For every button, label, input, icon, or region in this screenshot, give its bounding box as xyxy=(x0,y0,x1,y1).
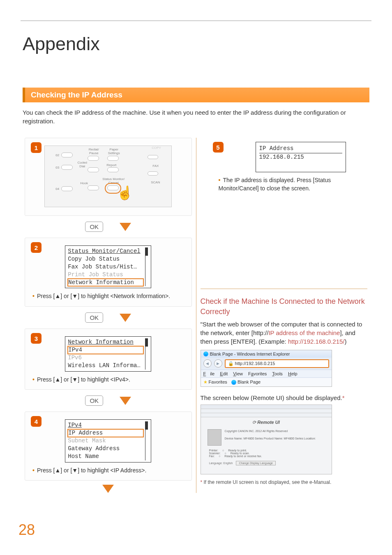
panel-key-04: 04 xyxy=(55,187,59,191)
forward-icon: ► xyxy=(214,359,222,368)
subsection-heading: Check if the Machine Is Connected to the… xyxy=(201,296,368,317)
change-language-button: Change Display Language xyxy=(236,461,276,465)
lcd-highlighted: IP Address xyxy=(68,429,143,437)
device-image xyxy=(208,429,221,446)
caption-text: The screen below (Remote UI) should be d… xyxy=(201,394,342,401)
step-2-note-text: Press [▲] or [▼] to highlight <Network I… xyxy=(37,293,170,299)
footnote: * If the remote UI screen is not display… xyxy=(201,479,368,485)
subsection-body: "Start the web browser of the computer t… xyxy=(201,320,368,346)
bullet-icon: • xyxy=(219,177,221,183)
panel-pill xyxy=(107,167,119,172)
remote-ui-header: Remote UI xyxy=(201,417,332,428)
panel-label-report: Report xyxy=(106,163,116,167)
lcd-highlighted: Network Information xyxy=(68,279,143,287)
panel-pill xyxy=(61,153,73,157)
browser-title: Blank Page - Windows Internet Explorer xyxy=(210,352,290,356)
step-3-note-text: Press [▲] or [▼] to highlight <IPv4>. xyxy=(37,376,130,383)
menu-favorites: Favorites xyxy=(248,371,267,376)
lcd-screen-5: IP Address 192.168.0.215 xyxy=(256,142,346,172)
url-text: http://192.168.0.215 xyxy=(235,361,275,366)
lcd-scrollbar xyxy=(145,421,148,460)
lcd-scrollbar xyxy=(145,247,148,286)
lang-label: Language: xyxy=(209,462,223,465)
panel-pill xyxy=(61,186,73,191)
remote-ui-screenshot: Remote UI Copyright CANON INC. 2012 All … xyxy=(201,405,332,474)
menu-edit: Edit xyxy=(220,371,228,376)
down-arrow-icon xyxy=(120,397,131,405)
lcd-title: IPv4 xyxy=(68,422,82,428)
step-3-note: •Press [▲] or [▼] to highlight <IPv4>. xyxy=(31,376,186,384)
ie-icon xyxy=(203,352,208,356)
panel-label-redial: Redial/ Pause xyxy=(87,148,101,155)
copyright-text: Copyright CANON INC. 2012 All Rights Res… xyxy=(225,429,316,433)
lcd-scrollbar xyxy=(145,338,148,370)
lcd-screen-3: Network Information IPv4 IPv6 Wireless L… xyxy=(65,336,151,372)
lcd-ip-value: 192.168.0.215 xyxy=(259,154,304,160)
panel-pill xyxy=(107,156,119,161)
page-title: Appendix xyxy=(23,33,392,55)
step-3-badge: 3 xyxy=(31,333,42,344)
step-5-note: •The IP address is displayed. Press [Sta… xyxy=(206,176,362,192)
step-1-card: 1 02 03 04 Redial/ Pause Paper Settings … xyxy=(25,138,192,216)
panel-label-paper: Paper Settings xyxy=(106,148,122,155)
body-red: IP address of the machine xyxy=(268,329,340,336)
lang-value: English xyxy=(224,462,233,465)
body-red: http://192.168.0.215/ xyxy=(288,338,345,345)
left-column: 1 02 03 04 Redial/ Pause Paper Settings … xyxy=(21,134,196,493)
lcd-line: Subnet Mask xyxy=(68,437,106,444)
step-2-badge: 2 xyxy=(31,242,42,253)
blank-page-tab: Blank Page xyxy=(231,379,261,385)
browser-url-field: 🔒 http://192.168.0.215 xyxy=(225,359,329,368)
status-value: Ready to send or receive fax. xyxy=(224,455,262,458)
status-label: Printer: xyxy=(209,449,219,452)
panel-pill xyxy=(61,165,73,170)
two-column-layout: 1 02 03 04 Redial/ Pause Paper Settings … xyxy=(21,134,371,493)
intro-paragraph: You can check the IP address of the mach… xyxy=(23,108,369,125)
page-number: 28 xyxy=(18,521,35,539)
lcd-line: Copy Job Status xyxy=(68,256,120,262)
ie-icon xyxy=(231,380,236,385)
menu-view: View xyxy=(233,371,243,376)
control-panel-illustration: 02 03 04 Redial/ Pause Paper Settings Co… xyxy=(44,146,172,207)
step-4-card: 4 IPv4 IP Address Subnet Mask Gateway Ad… xyxy=(25,412,192,481)
panel-key-02: 02 xyxy=(55,153,59,157)
step-1-badge: 1 xyxy=(31,142,42,153)
lcd-line: Fax Job Status/Hist… xyxy=(68,264,137,270)
step-4-note: •Press [▲] or [▼] to highlight <IP Addre… xyxy=(31,467,186,475)
lcd-line: IPv6 xyxy=(68,354,82,361)
status-value: Ready to print. xyxy=(228,449,247,452)
menu-tools: Tools xyxy=(272,371,283,376)
status-label: Fax: xyxy=(209,455,215,458)
lcd-title: Status Monitor/Cancel xyxy=(68,248,140,254)
panel-pill xyxy=(88,167,99,172)
caption-remote-ui: The screen below (Remote UI) should be d… xyxy=(201,393,368,402)
panel-pill xyxy=(148,171,158,176)
step-4-badge: 4 xyxy=(31,416,42,427)
favorites-label: ★ Favorites xyxy=(203,379,227,385)
browser-nav-row: ◄ ► 🔒 http://192.168.0.215 xyxy=(201,358,332,370)
section-heading-bar: Checking the IP Address xyxy=(23,88,369,102)
ok-key: OK xyxy=(85,222,103,232)
ok-key: OK xyxy=(85,312,103,323)
panel-pill xyxy=(88,185,99,190)
browser-fav-row: ★ Favorites Blank Page xyxy=(201,377,332,386)
status-value: Ready to scan. xyxy=(231,452,250,455)
menu-file: File xyxy=(203,371,215,376)
step-2-card: 2 Status Monitor/Cancel Copy Job Status … xyxy=(25,238,192,307)
browser-menu: File Edit View Favorites Tools Help xyxy=(201,370,332,377)
step-5-note-text: The IP address is displayed. Press [Stat… xyxy=(219,177,331,192)
lcd-line: Print Job Status xyxy=(68,271,123,278)
lcd-highlighted: IPv4 xyxy=(68,346,143,354)
down-arrow-icon xyxy=(120,223,131,231)
ok-arrow-row: OK xyxy=(25,222,192,232)
bullet-icon: • xyxy=(32,293,35,299)
top-rule xyxy=(21,21,371,21)
step-3-card: 3 Network Information IPv4 IPv6 Wireless… xyxy=(25,328,192,390)
menu-help: Help xyxy=(288,371,297,376)
panel-label-coded: Coded Dial xyxy=(75,161,89,168)
browser-mock: Blank Page - Windows Internet Explorer ◄… xyxy=(201,350,332,387)
down-arrow-icon xyxy=(102,485,114,493)
browser-titlebar: Blank Page - Windows Internet Explorer xyxy=(201,350,332,358)
lcd-line: Gateway Address xyxy=(68,445,120,452)
favorites-text: Favorites xyxy=(209,379,227,384)
